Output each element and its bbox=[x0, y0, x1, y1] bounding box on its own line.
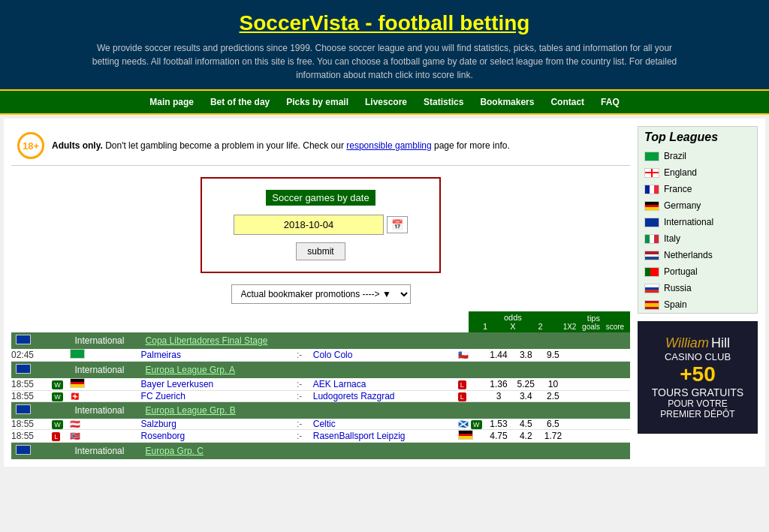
flag-russia-sidebar bbox=[644, 284, 659, 293]
home-team[interactable]: Salzburg bbox=[141, 419, 286, 430]
match-time: 18:55 bbox=[11, 419, 52, 430]
match-time: 18:55 bbox=[11, 378, 52, 391]
group-league-link-2[interactable]: Europa League Grp. A bbox=[146, 365, 235, 375]
table-row: 18:55 W 🇦🇹 Salzburg :- Celtic 🏴󠁧󠁢󠁳󠁣󠁴󠁿 W bbox=[11, 419, 630, 430]
league-name: International bbox=[664, 217, 713, 227]
odds-header: odds 1 X 2 bbox=[469, 311, 557, 332]
league-item-international[interactable]: International bbox=[638, 214, 757, 230]
nav-bookmakers[interactable]: Bookmakers bbox=[472, 94, 541, 110]
promotions-select[interactable]: Actual bookmaker promotions ----> ▼ bbox=[231, 284, 411, 304]
ad-banner[interactable]: William Hill CASINO CLUB +50 TOURS GRATU… bbox=[638, 321, 758, 434]
group-header-2: International Europa League Grp. A bbox=[11, 362, 630, 379]
away-team[interactable]: AEK Larnaca bbox=[313, 378, 458, 391]
tip-score bbox=[594, 430, 630, 443]
nav-livescore[interactable]: Livescore bbox=[357, 94, 415, 110]
league-name: Portugal bbox=[664, 266, 698, 277]
group-name: International bbox=[70, 332, 140, 349]
flag-norway: 🇳🇴 bbox=[70, 431, 80, 440]
league-item-england[interactable]: England bbox=[638, 164, 757, 181]
odd-x: 3.8 bbox=[512, 349, 539, 362]
ad-pour: POUR VOTRE bbox=[668, 398, 727, 409]
site-header: SoccerVista - football betting We provid… bbox=[0, 0, 769, 89]
calendar-icon[interactable]: 📅 bbox=[387, 216, 408, 233]
nav-contact[interactable]: Contact bbox=[543, 94, 592, 110]
away-form-l2: L bbox=[458, 391, 485, 402]
odd-2: 1.72 bbox=[539, 430, 566, 443]
group-flag-international-3 bbox=[16, 404, 31, 414]
group-league: Copa Libertadores Final Stage bbox=[141, 332, 630, 349]
age-badge: 18+ bbox=[17, 132, 44, 159]
league-name: Netherlands bbox=[664, 250, 713, 260]
match-time: 18:55 bbox=[11, 391, 52, 402]
date-form-title: Soccer games by date bbox=[266, 190, 375, 206]
league-item-portugal[interactable]: Portugal bbox=[638, 263, 757, 280]
nav-picks-email[interactable]: Picks by email bbox=[279, 94, 356, 110]
promotions-row: Actual bookmaker promotions ----> ▼ bbox=[11, 284, 630, 304]
nav-faq[interactable]: FAQ bbox=[593, 94, 627, 110]
league-item-france[interactable]: France bbox=[638, 181, 757, 197]
home-team[interactable]: Palmeiras bbox=[141, 349, 286, 362]
tip-1x2 bbox=[567, 419, 594, 430]
ad-tours: TOURS GRATUITS bbox=[652, 386, 743, 398]
group-header-4: International Europa Grp. C bbox=[11, 443, 630, 460]
nav-statistics[interactable]: Statistics bbox=[416, 94, 471, 110]
home-team[interactable]: FC Zuerich bbox=[141, 391, 286, 402]
league-item-italy[interactable]: Italy bbox=[638, 230, 757, 247]
tip-1x2 bbox=[567, 378, 594, 391]
ad-william: William Hill bbox=[665, 335, 730, 351]
flag-germany-sidebar bbox=[644, 201, 659, 211]
home-team[interactable]: Bayer Leverkusen bbox=[141, 378, 286, 391]
matches-section: odds 1 X 2 tips 1X2 bbox=[11, 311, 630, 459]
odd-x: 4.2 bbox=[512, 430, 539, 443]
odd-2: 10 bbox=[539, 378, 566, 391]
table-row: 18:55 W Bayer Leverkusen :- AEK Larnaca … bbox=[11, 378, 630, 391]
table-row: 18:55 L 🇳🇴 Rosenborg :- RasenBallsport L… bbox=[11, 430, 630, 443]
site-title: SoccerVista - football betting bbox=[8, 11, 761, 35]
league-item-russia[interactable]: Russia bbox=[638, 280, 757, 296]
league-item-germany[interactable]: Germany bbox=[638, 197, 757, 214]
flag-brazil bbox=[70, 349, 85, 359]
submit-button[interactable]: submit bbox=[296, 242, 345, 260]
flag-austria: 🇦🇹 bbox=[70, 419, 80, 428]
flag-switzerland: 🇨🇭 bbox=[70, 392, 80, 401]
away-team[interactable]: Colo Colo bbox=[313, 349, 458, 362]
home-flag-cell bbox=[70, 378, 140, 391]
responsible-gambling-link[interactable]: responsible gambling bbox=[346, 140, 431, 151]
home-team[interactable]: Rosenborg bbox=[141, 430, 286, 443]
nav-main-page[interactable]: Main page bbox=[142, 94, 201, 110]
ad-fifty: +50 bbox=[680, 362, 716, 386]
league-name: Brazil bbox=[664, 151, 686, 161]
group-league-link-3[interactable]: Europa League Grp. B bbox=[146, 405, 236, 416]
left-panel: 18+ Adults only. Don't let gambling beco… bbox=[11, 126, 630, 459]
away-team[interactable]: RasenBallsport Leipzig bbox=[313, 430, 458, 443]
group-league-link[interactable]: Copa Libertadores Final Stage bbox=[146, 335, 268, 346]
away-team[interactable]: Ludogorets Razgrad bbox=[313, 391, 458, 402]
ad-premier: PREMIER DÉPÔT bbox=[660, 409, 734, 419]
group-league-4: Europa Grp. C bbox=[141, 443, 630, 460]
league-name: Italy bbox=[664, 233, 680, 244]
tip-1x2 bbox=[567, 430, 594, 443]
league-item-spain[interactable]: Spain bbox=[638, 296, 757, 313]
group-flag-cell bbox=[11, 332, 70, 349]
odd-2: 9.5 bbox=[539, 349, 566, 362]
league-item-brazil[interactable]: Brazil bbox=[638, 148, 757, 164]
odd-2: 6.5 bbox=[539, 419, 566, 430]
home-flag-no: 🇳🇴 bbox=[70, 430, 140, 443]
league-name: Spain bbox=[664, 299, 687, 310]
flag-germany bbox=[70, 378, 85, 388]
match-vs: :- bbox=[286, 391, 313, 402]
form-w-badge-2: W bbox=[52, 392, 63, 401]
odd-x: 5.25 bbox=[512, 378, 539, 391]
nav-bet-day[interactable]: Bet of the day bbox=[203, 94, 277, 110]
date-input[interactable] bbox=[234, 215, 384, 235]
group-flag-international-4 bbox=[16, 445, 31, 455]
odd-2: 2.5 bbox=[539, 391, 566, 402]
league-item-netherlands[interactable]: Netherlands bbox=[638, 247, 757, 263]
tip-score bbox=[594, 419, 630, 430]
form-l-badge: L bbox=[458, 380, 466, 389]
match-vs: :- bbox=[286, 378, 313, 391]
group-league-link-4[interactable]: Europa Grp. C bbox=[146, 446, 204, 456]
tip-1x2 bbox=[567, 391, 594, 402]
tips-header: tips 1X2 goals score bbox=[557, 311, 630, 332]
away-team[interactable]: Celtic bbox=[313, 419, 458, 430]
